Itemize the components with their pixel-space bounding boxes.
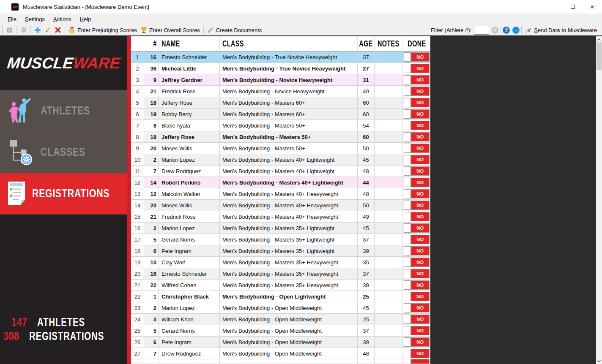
row-number-cell[interactable]: 13: [131, 188, 144, 200]
table-row[interactable]: 7 8 Blake Ayala Men's Bodybuilding - Mas…: [131, 120, 430, 131]
done-checkbox[interactable]: [404, 326, 411, 335]
done-checkbox[interactable]: [404, 132, 411, 141]
done-checkbox[interactable]: [404, 349, 411, 358]
row-number-cell[interactable]: 10: [131, 154, 144, 166]
done-checkbox[interactable]: [404, 223, 411, 233]
done-checkbox[interactable]: [404, 246, 411, 255]
table-row[interactable]: 16 2 Marion Lopez Men's Bodybuilding - M…: [131, 223, 430, 234]
scroll-up-button[interactable]: [596, 36, 602, 42]
done-toggle[interactable]: NO: [404, 349, 430, 358]
menu-file[interactable]: File: [3, 14, 21, 24]
row-number-cell[interactable]: 9: [131, 143, 144, 154]
table-row[interactable]: 13 12 Malcolm Walker Men's Bodybuilding …: [131, 188, 430, 200]
table-row[interactable]: 3 9 Jeffrey Gardner Men's Bodybuilding -…: [131, 74, 430, 86]
row-number-cell[interactable]: 4: [131, 86, 144, 97]
sidebar-item-registrations[interactable]: REGISTRATIONS: [0, 173, 127, 214]
column-header-done[interactable]: DONE: [402, 36, 430, 51]
column-header-age[interactable]: AGE: [358, 36, 375, 51]
done-checkbox[interactable]: [404, 75, 411, 84]
row-number-cell[interactable]: [131, 359, 144, 364]
done-toggle[interactable]: NO: [404, 315, 430, 324]
sidebar-item-classes[interactable]: CLASSES: [0, 131, 127, 173]
done-toggle[interactable]: NO: [404, 189, 430, 198]
table-row[interactable]: 2 36 Micheal Little Men's Bodybuilding -…: [131, 63, 430, 74]
done-checkbox[interactable]: [404, 87, 411, 96]
done-toggle[interactable]: NO: [404, 109, 430, 119]
done-toggle[interactable]: NO: [404, 98, 430, 107]
table-row[interactable]: 8 18 Jeffery Rose Men's Bodybuilding - M…: [131, 131, 430, 143]
scroll-down-button[interactable]: [596, 358, 602, 364]
column-header-class[interactable]: CLASS: [220, 36, 358, 51]
scrollbar-thumb[interactable]: [597, 42, 602, 70]
done-toggle[interactable]: NO: [404, 292, 430, 301]
done-checkbox[interactable]: [404, 166, 411, 176]
done-checkbox[interactable]: [404, 109, 411, 119]
table-row[interactable]: 22 1 Christopher Black Men's Bodybuildin…: [131, 291, 430, 302]
enter-overall-scores-button[interactable]: Enter Overall Scores: [139, 26, 202, 34]
send-data-button[interactable]: Send Data to Muscleware: [523, 26, 599, 34]
row-number-cell[interactable]: 23: [131, 302, 144, 314]
row-number-cell[interactable]: 1: [131, 52, 144, 63]
done-checkbox[interactable]: [404, 155, 411, 164]
column-header-number[interactable]: #: [144, 36, 159, 51]
menu-actions[interactable]: Actions: [49, 14, 76, 24]
row-number-cell[interactable]: 21: [131, 280, 144, 291]
done-toggle[interactable]: NO: [404, 212, 430, 221]
done-toggle[interactable]: NO: [404, 337, 430, 347]
row-number-cell[interactable]: 11: [131, 166, 144, 177]
done-checkbox[interactable]: [404, 258, 411, 267]
done-checkbox[interactable]: [404, 144, 411, 153]
done-toggle[interactable]: NO: [404, 166, 430, 176]
done-checkbox[interactable]: [404, 52, 411, 62]
done-checkbox[interactable]: [404, 303, 411, 312]
done-toggle[interactable]: NO: [404, 269, 430, 278]
done-checkbox[interactable]: [404, 212, 411, 221]
remote-support-icon[interactable]: ↔: [512, 27, 520, 34]
column-header-name[interactable]: NAME: [159, 36, 220, 51]
row-number-cell[interactable]: 22: [131, 291, 144, 302]
table-row[interactable]: 24 3 William Khan Men's Bodybuilding - O…: [131, 314, 430, 325]
done-toggle[interactable]: NO: [404, 326, 430, 335]
row-number-cell[interactable]: 27: [131, 348, 144, 359]
table-row[interactable]: 18 6 Pete Ingram Men's Bodybuilding - Ma…: [131, 245, 430, 257]
table-row[interactable]: 9 20 Moses Willis Men's Bodybuilding - M…: [131, 143, 430, 154]
done-toggle[interactable]: NO: [404, 235, 430, 244]
done-checkbox[interactable]: [404, 189, 411, 198]
done-toggle[interactable]: NO: [404, 121, 430, 130]
table-row[interactable]: 15 21 Fredrick Ross Men's Bodybuilding -…: [131, 211, 430, 223]
table-row[interactable]: 6 19 Bobby Berry Men's Bodybuilding - Ma…: [131, 109, 430, 120]
done-toggle[interactable]: NO: [404, 178, 430, 187]
filter-input[interactable]: [474, 26, 489, 35]
row-number-cell[interactable]: 2: [131, 63, 144, 74]
row-number-cell[interactable]: 8: [131, 131, 144, 143]
done-checkbox[interactable]: [404, 359, 411, 364]
row-number-cell[interactable]: 15: [131, 211, 144, 223]
done-checkbox[interactable]: [404, 292, 411, 301]
table-row[interactable]: 10 2 Marion Lopez Men's Bodybuilding - M…: [131, 154, 430, 166]
table-row[interactable]: 21 22 Wilfred Cohen Men's Bodybuilding -…: [131, 280, 430, 291]
done-toggle[interactable]: NO: [404, 64, 430, 73]
vertical-scrollbar[interactable]: [596, 36, 602, 364]
row-number-cell[interactable]: 12: [131, 177, 144, 188]
done-toggle[interactable]: [404, 359, 430, 364]
table-row[interactable]: 11 7 Drew Rodriguez Men's Bodybuilding -…: [131, 166, 430, 177]
edit-button[interactable]: [43, 26, 53, 34]
table-row[interactable]: 25 5 Gerard Norris Men's Bodybuilding - …: [131, 325, 430, 337]
done-toggle[interactable]: NO: [404, 201, 430, 210]
done-toggle[interactable]: NO: [404, 155, 430, 164]
done-checkbox[interactable]: [404, 98, 411, 107]
table-row[interactable]: 4 21 Fredrick Ross Men's Bodybuilding - …: [131, 86, 430, 97]
table-row[interactable]: [131, 359, 430, 364]
done-toggle[interactable]: NO: [404, 246, 430, 255]
table-row[interactable]: 17 5 Gerard Norris Men's Bodybuilding - …: [131, 234, 430, 245]
delete-button[interactable]: [53, 26, 63, 34]
done-toggle[interactable]: NO: [404, 132, 430, 141]
table-row[interactable]: 14 20 Moses Willis Men's Bodybuilding - …: [131, 200, 430, 211]
done-toggle[interactable]: NO: [404, 223, 430, 233]
table-row[interactable]: 1 16 Ernesto Schneider Men's Bodybuildin…: [131, 52, 430, 63]
table-row[interactable]: 12 14 Robert Perkins Men's Bodybuilding …: [131, 177, 430, 188]
maximize-button[interactable]: [563, 0, 583, 14]
table-row[interactable]: 19 10 Clay Wolf Men's Bodybuilding - Mas…: [131, 257, 430, 268]
done-toggle[interactable]: NO: [404, 144, 430, 153]
row-number-cell[interactable]: 17: [131, 234, 144, 245]
